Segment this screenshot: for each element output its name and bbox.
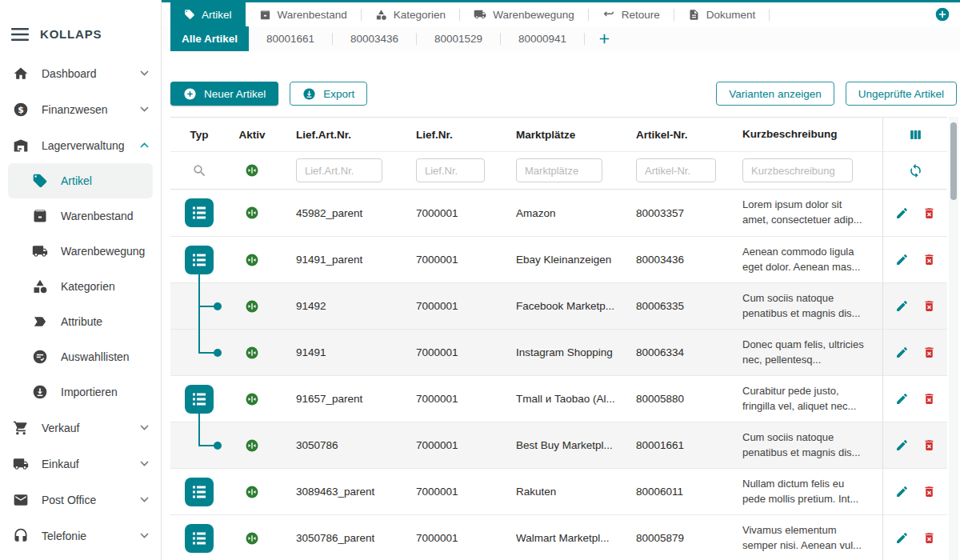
parent-article-type-icon[interactable]	[185, 478, 214, 506]
sidebar-item-verkauf[interactable]: Verkauf	[0, 410, 161, 446]
subtab-article[interactable]: 80000941	[501, 26, 584, 51]
sidebar-item-artikel[interactable]: Artikel	[8, 163, 153, 198]
tab-retoure[interactable]: Retoure	[589, 2, 674, 26]
filter-lief-art-nr-input[interactable]	[296, 158, 382, 182]
cell-marktplatz: Tmall и Taobao (Al...	[496, 376, 616, 422]
edit-icon[interactable]	[895, 299, 909, 313]
column-settings-button[interactable]	[882, 118, 947, 151]
active-status-icon	[245, 299, 259, 314]
cell-kurzbeschreibung: Curabitur pede justo, fringilla vel, ali…	[722, 376, 882, 422]
filter-artikel-nr-input[interactable]	[636, 158, 716, 182]
sidebar-item-importieren[interactable]: Importieren	[8, 374, 153, 410]
edit-icon[interactable]	[895, 346, 909, 359]
cell-lief-art-nr: 91492	[276, 283, 396, 329]
add-article-tab-button[interactable]	[590, 32, 619, 46]
column-header-aktiv: Aktiv	[228, 118, 276, 151]
tree-connector-line	[198, 422, 200, 446]
subtab-article[interactable]: 80001529	[417, 26, 500, 51]
show-variants-button[interactable]: Varianten anzeigen	[716, 82, 834, 106]
tab-kategorien[interactable]: Kategorien	[362, 2, 459, 26]
edit-icon[interactable]	[895, 438, 909, 452]
delete-icon[interactable]	[922, 438, 936, 452]
delete-icon[interactable]	[922, 299, 936, 313]
delete-icon[interactable]	[922, 346, 936, 359]
add-tab-button[interactable]	[934, 6, 950, 22]
cell-lief-nr: 7000001	[396, 515, 496, 560]
toolbar: Neuer Artikel Export Varianten anzeigen …	[170, 51, 957, 117]
sidebar-item-lagerverwaltung[interactable]: Lagerverwaltung	[0, 127, 161, 163]
vertical-scrollbar	[949, 117, 958, 560]
refresh-icon[interactable]	[908, 163, 923, 178]
cell-artikel-nr: 80005879	[616, 515, 722, 560]
sidebar-item-telefonie[interactable]: Telefonie	[0, 518, 161, 554]
filter-marktplaetze-input[interactable]	[516, 158, 602, 182]
inventory-box-icon	[259, 9, 271, 21]
parent-article-type-icon[interactable]	[185, 524, 214, 553]
subtab-alle-artikel[interactable]: Alle Artikel	[170, 26, 249, 51]
sidebar-item-einkauf[interactable]: Einkauf	[0, 446, 161, 482]
parent-article-type-icon[interactable]	[185, 385, 214, 414]
tab-warenbewegung[interactable]: Warenbewegung	[460, 2, 588, 26]
tab-divider	[769, 9, 770, 21]
unchecked-articles-button[interactable]: Ungeprüfte Artikel	[846, 82, 957, 106]
filter-lief-nr-input[interactable]	[416, 158, 485, 182]
module-tabbar: Artikel Warenbestand Kategorien Warenbew…	[162, 2, 960, 26]
chevron-down-icon	[140, 425, 150, 430]
export-download-icon	[302, 87, 316, 101]
sidebar-item-attribute[interactable]: Attribute	[8, 304, 153, 339]
cell-kurzbeschreibung: Nullam dictum felis eu pede mollis preti…	[722, 469, 882, 514]
cell-marktplatz: Amazon	[496, 190, 616, 236]
delete-icon[interactable]	[922, 531, 936, 545]
menu-icon[interactable]	[11, 28, 29, 41]
sidebar-item-warenbewegung[interactable]: Warenbewegung	[8, 234, 153, 269]
cart-icon	[13, 420, 29, 436]
column-header-typ: Typ	[170, 118, 228, 151]
sidebar-item-finanzwesen[interactable]: $ Finanzwesen	[0, 91, 161, 127]
subtab-article[interactable]: 80001661	[249, 26, 332, 51]
sidebar-item-auswahllisten[interactable]: Auswahllisten	[8, 339, 153, 374]
delete-icon[interactable]	[922, 206, 936, 220]
edit-icon[interactable]	[895, 253, 909, 266]
cell-lief-nr: 7000001	[396, 190, 496, 236]
cell-marktplatz: Facebook Marketp...	[496, 283, 616, 329]
active-status-icon	[245, 531, 259, 546]
edit-icon[interactable]	[895, 531, 909, 545]
cell-artikel-nr: 80003436	[616, 237, 722, 282]
edit-icon[interactable]	[895, 392, 909, 406]
delete-icon[interactable]	[922, 485, 936, 498]
tab-artikel[interactable]: Artikel	[170, 2, 246, 26]
scrollbar-thumb[interactable]	[950, 122, 957, 200]
delete-icon[interactable]	[922, 392, 936, 406]
return-arrow-icon	[602, 8, 615, 21]
import-download-icon	[32, 384, 48, 400]
add-circle-icon	[183, 87, 197, 101]
active-filter-toggle[interactable]	[245, 163, 259, 178]
tree-connector-dot	[214, 302, 222, 310]
cell-lief-art-nr: 45982_parent	[276, 190, 396, 236]
cell-kurzbeschreibung: Donec quam felis, ultricies nec, pellent…	[722, 330, 882, 375]
active-status-icon	[245, 206, 259, 220]
new-article-button[interactable]: Neuer Artikel	[170, 82, 278, 106]
subtab-article[interactable]: 80003436	[333, 26, 416, 51]
export-button[interactable]: Export	[290, 82, 367, 106]
delete-icon[interactable]	[922, 253, 936, 266]
cell-marktplatz: Best Buy Marketpl...	[496, 422, 616, 468]
parent-article-type-icon[interactable]	[185, 246, 214, 274]
sidebar-item-post-office[interactable]: Post Office	[0, 482, 161, 518]
edit-icon[interactable]	[895, 485, 909, 498]
app-logo: KOLLAPS	[40, 27, 102, 41]
filter-kurzbeschreibung-input[interactable]	[742, 158, 853, 182]
parent-article-type-icon[interactable]	[185, 198, 214, 227]
edit-icon[interactable]	[895, 206, 909, 220]
tab-dokument[interactable]: Dokument	[674, 2, 770, 26]
sidebar-item-kategorien[interactable]: Kategorien	[8, 269, 153, 304]
column-header-lief-art-nr: Lief.Art.Nr.	[276, 118, 396, 151]
cell-lief-nr: 7000001	[396, 237, 496, 282]
sidebar-item-dashboard[interactable]: Dashboard	[0, 55, 161, 91]
active-status-icon	[245, 485, 259, 499]
table-row: 91491 7000001 Instagram Shopping 8000633…	[170, 329, 947, 375]
chevron-down-icon	[140, 70, 150, 76]
cell-kurzbeschreibung: Lorem ipsum dolor sit amet, consectetuer…	[722, 190, 882, 236]
tab-warenbestand[interactable]: Warenbestand	[246, 2, 361, 26]
sidebar-item-warenbestand[interactable]: Warenbestand	[8, 198, 153, 234]
